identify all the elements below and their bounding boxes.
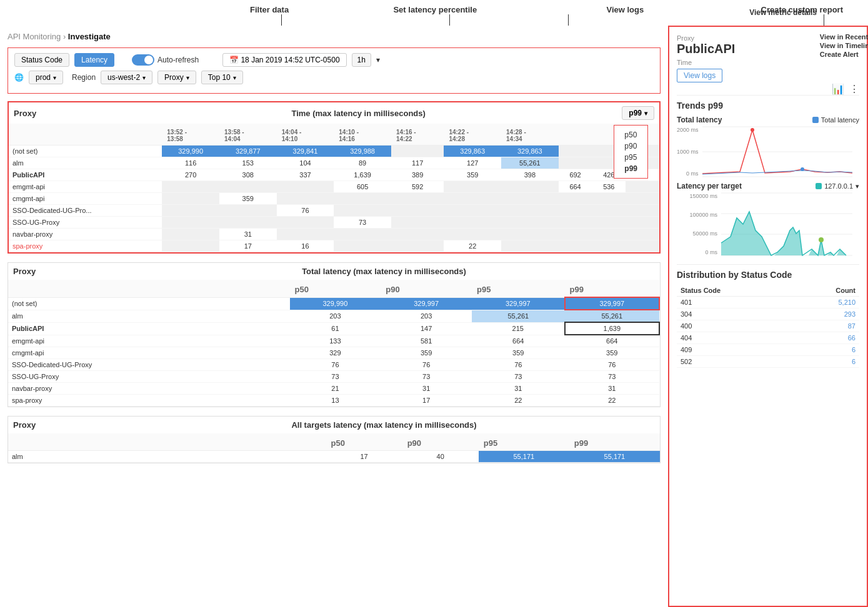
status-code: 401	[677, 297, 792, 308]
table-row: SSO-Dedicated-UG-Pro... 76	[9, 205, 659, 217]
col-p95: p95	[472, 280, 565, 297]
globe-icon: 🌐	[14, 73, 24, 82]
data-cell: 31	[219, 229, 277, 240]
status-code: 409	[677, 344, 792, 356]
latency-legend-dropdown[interactable]: ▾	[856, 182, 859, 190]
data-cell: 73	[290, 371, 381, 383]
breadcrumb-separator: ›	[63, 32, 66, 41]
y-label-0: 0 ms	[677, 170, 699, 177]
list-item: 409 6	[677, 344, 859, 356]
annotation-view-recent: View in Recent	[820, 33, 868, 41]
total-latency-table: p50 p90 p95 p99 (not set) 329,990 329,99…	[8, 280, 660, 407]
p99-btn[interactable]: p99	[622, 106, 654, 120]
status-code-btn[interactable]: Status Code	[14, 53, 69, 67]
dist-count-header: Count	[792, 285, 859, 297]
data-cell	[444, 217, 501, 229]
data-cell: 55,261	[565, 310, 659, 322]
all-targets-section: Proxy All targets latency (max latency i…	[7, 416, 661, 463]
data-cell: 73	[472, 371, 565, 383]
date-btn[interactable]: 📅 18 Jan 2019 14:52 UTC-0500	[222, 53, 346, 67]
breadcrumb-current: Investigate	[68, 32, 111, 41]
data-cell	[626, 193, 659, 205]
table-row: PublicAPI 61 147 215 1,639	[8, 322, 659, 335]
status-count: 5,210	[792, 297, 859, 308]
data-cell: 55,171	[479, 451, 569, 463]
data-cell: 664	[559, 181, 592, 193]
data-cell: 55,261	[472, 310, 565, 322]
data-cell: 55,171	[569, 451, 660, 463]
total-latency-legend-label: Total latency	[821, 116, 859, 124]
time-btn[interactable]: 1h	[352, 53, 371, 67]
data-cell	[501, 217, 559, 229]
p50-option[interactable]: p50	[624, 129, 637, 141]
y-50k: 50000 ms	[677, 230, 717, 237]
status-count: 6	[792, 344, 859, 356]
p95-option[interactable]: p95	[624, 152, 637, 163]
more-options-icon[interactable]: ⋮	[849, 83, 859, 95]
proxy-cell: cmgmt-api	[9, 193, 162, 205]
proxy-cell: navbar-proxy	[8, 383, 290, 395]
data-cell: 61	[290, 322, 381, 335]
right-annotations: View in Recent View in Timeline Create A…	[820, 33, 868, 58]
data-cell	[501, 240, 559, 252]
data-cell	[559, 205, 592, 217]
view-logs-btn[interactable]: View logs	[677, 69, 722, 82]
time-dropdown-arrow[interactable]: ▾	[376, 56, 380, 64]
data-cell	[444, 205, 501, 217]
col-p50: p50	[326, 433, 402, 451]
proxy-cell: SSO-UG-Proxy	[8, 371, 290, 383]
auto-refresh-wrap: Auto-refresh	[132, 54, 199, 66]
proxy-cell: navbar-proxy	[9, 229, 162, 240]
latency-btn[interactable]: Latency	[74, 53, 114, 67]
auto-refresh-label: Auto-refresh	[157, 56, 199, 64]
data-cell	[626, 181, 659, 193]
p99-option[interactable]: p99	[624, 163, 637, 174]
proxy-dropdown[interactable]: Proxy	[157, 71, 196, 84]
data-cell: 203	[290, 310, 381, 322]
status-code: 400	[677, 320, 792, 332]
data-cell: 76	[277, 205, 334, 217]
data-cell	[277, 229, 334, 240]
time-table-section: Proxy Time (max latency in milliseconds)…	[7, 101, 661, 254]
list-item: 502 6	[677, 356, 859, 368]
time-col-1: 13:52 -13:58	[162, 124, 219, 146]
filter-row-1: Status Code Latency Auto-refresh 📅 18 Ja…	[14, 53, 654, 67]
data-cell: 89	[334, 157, 391, 169]
data-cell: 329,863	[501, 146, 559, 157]
total-latency-section: Proxy Total latency (max latency in mill…	[7, 262, 661, 407]
data-cell	[501, 205, 559, 217]
auto-refresh-toggle[interactable]	[132, 54, 154, 66]
p90-option[interactable]: p90	[624, 141, 637, 152]
data-cell	[277, 181, 334, 193]
proxy-cell: (not set)	[8, 297, 290, 310]
proxy-cell: SSO-Dedicated-UG-Proxy	[8, 359, 290, 371]
chart-icon[interactable]: 📊	[832, 83, 844, 95]
p99-dropdown: p50 p90 p95 p99	[614, 125, 648, 179]
col-p90: p90	[402, 433, 479, 451]
table-row: navbar-proxy 21 31 31 31	[8, 383, 659, 395]
left-content: API Monitoring › Investigate Status Code…	[0, 26, 668, 607]
proxy-cell: PublicAPI	[8, 322, 290, 335]
top10-dropdown[interactable]: Top 10	[201, 71, 243, 84]
table-row: emgmt-api 605 592 664 536	[9, 181, 659, 193]
page: Filter data Set latency percentile View …	[0, 0, 868, 607]
filter-row-2: 🌐 prod Region us-west-2 Proxy Top 10	[14, 71, 654, 84]
y-0: 0 ms	[677, 249, 717, 255]
svg-point-10	[819, 237, 824, 242]
data-cell: 127	[444, 157, 501, 169]
y-label-2000: 2000 ms	[677, 127, 699, 133]
time-col-8	[559, 124, 592, 146]
region-dropdown[interactable]: us-west-2	[101, 71, 152, 84]
data-cell	[626, 240, 659, 252]
data-cell: 664	[565, 335, 659, 347]
data-cell	[162, 205, 219, 217]
y-axis: 2000 ms 1000 ms 0 ms	[677, 127, 699, 177]
region-label: Region	[72, 73, 96, 82]
prod-dropdown[interactable]: prod	[29, 71, 63, 84]
dist-title: Distribution by Status Code	[677, 270, 859, 280]
data-cell: 76	[472, 359, 565, 371]
data-cell: 22	[444, 240, 501, 252]
data-cell: 536	[592, 181, 626, 193]
data-cell	[334, 240, 391, 252]
data-cell: 398	[501, 169, 559, 181]
